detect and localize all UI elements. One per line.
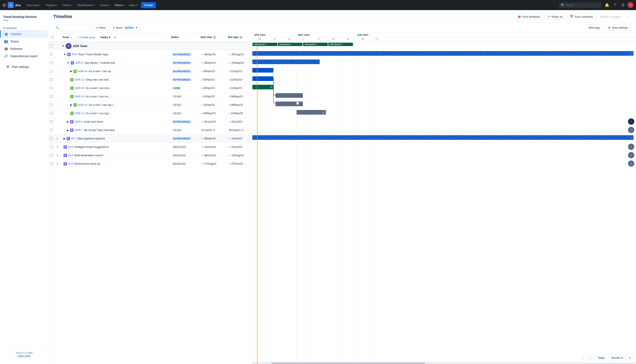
sidebar-project-name[interactable]: Travel Booking Division [3,15,45,18]
issue-key[interactable]: ADR-6 [75,120,83,123]
table-row[interactable]: ▶ S ADR-13 As a user I can log i... TO D… [48,101,252,109]
nav-apps[interactable]: Apps▾ [127,2,140,8]
row-check-input[interactable] [50,154,53,157]
status-col-header[interactable]: Status [169,34,199,40]
table-row[interactable]: 5 E IP-6 Performance level-up BACKLOG ↪ … [48,160,252,168]
gantt-bar-ip7[interactable]: → [252,135,634,140]
view-settings-button[interactable]: ⚙ View settings [605,24,631,31]
nav-filters[interactable]: Filters▾ [60,2,74,8]
expand-all-icon[interactable]: ⇔ [114,36,116,39]
gantt-today-button[interactable]: Today [595,355,608,361]
gantt-months-button[interactable]: Months ▾ [609,355,626,361]
search-field[interactable] [60,26,89,29]
row-check-input[interactable] [50,162,53,165]
expand-chevron[interactable]: ▼ [67,62,70,64]
issue-key[interactable]: IP-5 [68,146,73,148]
issue-key[interactable]: ADR-12 [75,78,84,81]
row-check-input[interactable] [50,87,53,89]
issue-key[interactable]: ADR-44 [78,70,87,73]
row-check-input[interactable] [50,104,53,106]
row-check-input[interactable] [50,53,53,56]
gantt-bar-adr44[interactable] [252,68,274,72]
nav-teams[interactable]: Teams▾ [98,2,112,8]
expand-chevron[interactable]: ▶ [67,120,69,123]
table-row[interactable]: S ADR-45 As a user I can ena... DONE s 0… [48,84,252,92]
check-all-input[interactable] [51,36,54,39]
group-header-adr[interactable]: ▼ A ADR Team [48,42,252,50]
table-row[interactable]: ▶ E ADR-6 Invite and share IN PROGRESS ↪… [48,118,252,126]
warnings-button[interactable]: Warnings [585,24,603,31]
help-icon[interactable]: ? [612,2,618,8]
table-row[interactable]: S ADR-14 As a user I can cre... TO DO s … [48,92,252,101]
expand-chevron[interactable]: ▶ [70,104,72,106]
jira-logo[interactable]: J Jira [8,2,20,8]
start-col-header[interactable]: Start date D [199,34,226,40]
gantt-nav-ip3[interactable]: → [628,152,634,158]
issue-header-btn[interactable]: Issue ⌄ [61,34,74,40]
expand-chevron[interactable]: ▶ [67,129,69,132]
fields-button[interactable]: Fields ▾ [99,35,112,40]
row-check-input[interactable] [50,137,53,140]
gantt-nav-adr7[interactable]: → [628,127,634,133]
table-row[interactable]: S ADR-11 As a user I can log i... TO DO … [48,109,252,118]
due-x-icon[interactable]: ✕ [242,128,244,132]
nav-dashboards[interactable]: Dashboards▾ [75,2,97,8]
row-check-input[interactable] [50,95,53,98]
table-row[interactable]: 2 ▶ E IP-7 New payment systems IN PROGRE… [48,134,252,143]
issue-key[interactable]: IP-6 [68,162,73,165]
row-check-input[interactable] [50,78,53,81]
table-row[interactable]: ▶ E ADR-7 My Group Trips Overview TO DO … [48,126,252,134]
give-feedback-button[interactable]: 📣 Give feedback [515,14,543,20]
auto-schedule-button[interactable]: 📅 Auto-schedule [567,14,596,20]
gantt-nav-ip6[interactable]: → [628,160,634,167]
table-row[interactable]: 3 E IP-5 Intelligent travel suggestions … [48,143,252,151]
basic-button[interactable]: ≡ Basic EDITED ▾ [110,24,140,31]
sidebar-item-teams[interactable]: 👥 Teams [0,38,48,45]
create-issue-button[interactable]: + Create issue [76,35,97,40]
gantt-bar-adr13[interactable] [276,102,303,106]
settings-icon[interactable]: ⚙ [620,2,626,8]
fullscreen-button[interactable]: ⤢ [627,355,633,361]
gantt-bar-adr12[interactable] [252,76,274,81]
issue-key[interactable]: ADR-7 [75,129,83,132]
table-row[interactable]: S ADR-12 Setup dev and and ... IN PROGRE… [48,76,252,84]
row-check-input[interactable] [50,129,53,132]
share-as-button[interactable]: ↗ Share as [545,14,565,20]
expand-chevron[interactable]: ▶ [70,70,72,73]
nav-projects[interactable]: Projects▾ [43,2,60,8]
issue-key[interactable]: IP-8 [72,53,77,56]
search-input[interactable] [559,2,601,8]
sidebar-item-releases[interactable]: 📦 Releases [0,45,48,52]
gantt-prev-button[interactable]: ‹ [580,355,586,361]
gantt-next-button[interactable]: › [588,355,594,361]
gantt-nav-ip5[interactable]: → [628,144,634,150]
sidebar-item-timeline[interactable]: ▦ Timeline [0,30,48,38]
row-check-input[interactable] [50,62,53,64]
sidebar-item-dependencies[interactable]: 🔗 Dependencies report [0,52,48,60]
gantt-scrollbar[interactable] [252,362,636,364]
start-x-icon[interactable]: ✕ [213,128,215,132]
due-col-header[interactable]: Due date D [226,34,251,40]
gantt-bar-adr14[interactable] [276,93,303,98]
gantt-bar-adr11[interactable]: 🔗 [296,110,326,114]
sidebar-plan-settings[interactable]: ⚙ Plan settings [2,63,46,70]
table-row[interactable]: 4 E IP-3 Multi-destination search BACKLO… [48,151,252,160]
expand-chevron[interactable]: ▶ [64,137,66,140]
notifications-icon[interactable]: 🔔 [604,2,610,8]
issue-key[interactable]: ADR-14 [75,95,84,98]
group-chevron[interactable]: ▼ [62,44,64,48]
row-check-input[interactable] [50,146,53,148]
issue-key[interactable]: ADR-13 [78,104,87,106]
issue-key[interactable]: ADR-45 [75,87,84,90]
review-changes-button[interactable]: Review changes [597,14,624,20]
nav-your-work[interactable]: Your work▾ [24,2,43,8]
more-options-button[interactable]: ··· [625,14,631,20]
gantt-nav-adr6[interactable]: → [628,118,634,125]
table-row[interactable]: ▶ S ADR-44 As a user I can up... IN PROG… [48,67,252,76]
gantt-bar-adr5[interactable] [252,60,320,64]
gantt-bar-ip8[interactable]: → [252,51,634,56]
row-check-input[interactable] [50,70,53,72]
issue-key[interactable]: IP-3 [68,154,73,157]
group-check-input[interactable] [50,44,53,47]
grid-icon[interactable]: ⊞ [2,2,6,8]
